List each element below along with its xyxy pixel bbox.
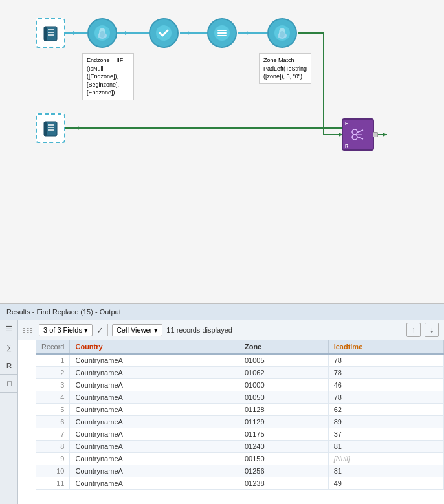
- cell-zone: 01240: [239, 441, 328, 453]
- cell-leadtime: 81: [328, 465, 443, 477]
- cell-record: 9: [36, 453, 70, 465]
- data-table: Record Country Zone leadtime 1Countrynam…: [36, 340, 444, 490]
- col-header-record: Record: [36, 340, 70, 354]
- cell-viewer-arrow-icon: ▾: [154, 326, 158, 334]
- cell-zone: 00150: [239, 453, 328, 465]
- results-toolbar: 3 of 3 Fields ▾ ✓ Cell Viewer ▾ 11 recor…: [18, 320, 444, 340]
- formula2-label: Zone Match = PadLeft(ToString ([zone]), …: [259, 53, 311, 84]
- cell-viewer-button[interactable]: Cell Viewer ▾: [112, 324, 162, 336]
- cell-zone: 01256: [239, 465, 328, 477]
- cell-leadtime: 78: [328, 354, 443, 367]
- svg-marker-12: [383, 133, 387, 137]
- svg-rect-32: [44, 122, 47, 136]
- svg-marker-10: [78, 126, 82, 130]
- node-find-replace[interactable]: F R: [342, 118, 374, 151]
- toolbar-separator: [107, 324, 108, 336]
- node-check1[interactable]: [149, 18, 179, 48]
- formula1-label: Endzone = IIF (IsNull ([Endzone]), [Begi…: [82, 53, 134, 100]
- cell-record: 2: [36, 367, 70, 379]
- table-row: 5CountrynameA0112862: [36, 404, 444, 416]
- scroll-up-button[interactable]: ↑: [406, 323, 421, 337]
- cell-zone: 01005: [239, 354, 328, 367]
- table-row: 10CountrynameA0125681: [36, 465, 444, 477]
- data-table-container: Record Country Zone leadtime 1Countrynam…: [18, 340, 444, 504]
- svg-marker-6: [125, 31, 129, 35]
- cell-country: CountrynameA: [70, 416, 239, 428]
- cell-zone: 01238: [239, 477, 328, 490]
- col-header-leadtime: leadtime: [328, 340, 443, 354]
- node-formula2[interactable]: [267, 18, 297, 48]
- up-arrow-icon: ↑: [412, 325, 416, 334]
- dropdown-arrow-icon: ▾: [84, 326, 88, 334]
- svg-rect-14: [44, 27, 47, 41]
- results-title: Results - Find Replace (15) - Output: [6, 308, 121, 316]
- table-body: 1CountrynameA01005782CountrynameA0106278…: [36, 354, 444, 490]
- canvas-area: Endzone = IIF (IsNull ([Endzone]), [Begi…: [0, 0, 444, 304]
- cell-record: 8: [36, 441, 70, 453]
- svg-point-21: [100, 31, 105, 38]
- cell-leadtime: 78: [328, 367, 443, 379]
- table-row: 1CountrynameA0100578: [36, 354, 444, 367]
- cell-country: CountrynameA: [70, 477, 239, 490]
- cell-zone: 01062: [239, 367, 328, 379]
- node-formula1[interactable]: [87, 18, 117, 48]
- sidebar-icon-record[interactable]: R: [0, 356, 18, 375]
- cell-leadtime: 62: [328, 404, 443, 416]
- cell-leadtime: 78: [328, 391, 443, 404]
- cell-country: CountrynameA: [70, 441, 239, 453]
- down-arrow-icon: ↓: [430, 325, 434, 334]
- svg-rect-26: [217, 35, 227, 36]
- cell-country: CountrynameA: [70, 453, 239, 465]
- sidebar-icon-shape[interactable]: ◻: [0, 375, 18, 393]
- cell-zone: 01128: [239, 404, 328, 416]
- cell-zone: 01129: [239, 416, 328, 428]
- cell-leadtime: 49: [328, 477, 443, 490]
- svg-point-37: [352, 135, 357, 140]
- table-row: 7CountrynameA0117537: [36, 428, 444, 441]
- table-row: 11CountrynameA0123849: [36, 477, 444, 490]
- scroll-down-button[interactable]: ↓: [425, 323, 439, 337]
- col-header-zone: Zone: [239, 340, 328, 354]
- cell-country: CountrynameA: [70, 428, 239, 441]
- cell-record: 11: [36, 477, 70, 490]
- svg-point-36: [352, 129, 357, 135]
- cell-leadtime: [Null]: [328, 453, 443, 465]
- fields-dropdown-button[interactable]: 3 of 3 Fields ▾: [39, 324, 93, 336]
- results-panel: Results - Find Replace (15) - Output ☰ ∑…: [0, 304, 444, 504]
- node-input2[interactable]: [36, 113, 65, 143]
- fields-label: 3 of 3 Fields: [43, 326, 82, 334]
- cell-country: CountrynameA: [70, 367, 239, 379]
- cell-leadtime: 89: [328, 416, 443, 428]
- table-row: 6CountrynameA0112989: [36, 416, 444, 428]
- toolbar-grip: [23, 328, 32, 333]
- check-icon: ✓: [96, 325, 104, 335]
- table-row: 2CountrynameA0106278: [36, 367, 444, 379]
- svg-rect-25: [217, 32, 227, 34]
- node-list1[interactable]: [207, 18, 237, 48]
- records-displayed-text: 11 records displayed: [166, 326, 403, 334]
- cell-record: 7: [36, 428, 70, 441]
- cell-country: CountrynameA: [70, 354, 239, 367]
- sidebar-icon-filter[interactable]: ∑: [0, 338, 18, 356]
- cell-viewer-label: Cell Viewer: [117, 326, 152, 334]
- sidebar-icon-table[interactable]: ☰: [0, 320, 18, 338]
- svg-point-30: [280, 31, 285, 38]
- node-input1[interactable]: [36, 18, 65, 48]
- table-row: 8CountrynameA0124081: [36, 441, 444, 453]
- cell-leadtime: 81: [328, 441, 443, 453]
- cell-record: 4: [36, 391, 70, 404]
- cell-zone: 01000: [239, 379, 328, 391]
- col-header-country: Country: [70, 340, 239, 354]
- cell-record: 3: [36, 379, 70, 391]
- cell-country: CountrynameA: [70, 465, 239, 477]
- cell-record: 5: [36, 404, 70, 416]
- svg-marker-5: [73, 31, 78, 35]
- results-header: Results - Find Replace (15) - Output: [0, 304, 444, 320]
- table-row: 3CountrynameA0100046: [36, 379, 444, 391]
- cell-country: CountrynameA: [70, 404, 239, 416]
- cell-zone: 01175: [239, 428, 328, 441]
- svg-rect-24: [217, 30, 227, 31]
- table-row: 4CountrynameA0105078: [36, 391, 444, 404]
- cell-leadtime: 37: [328, 428, 443, 441]
- cell-record: 10: [36, 465, 70, 477]
